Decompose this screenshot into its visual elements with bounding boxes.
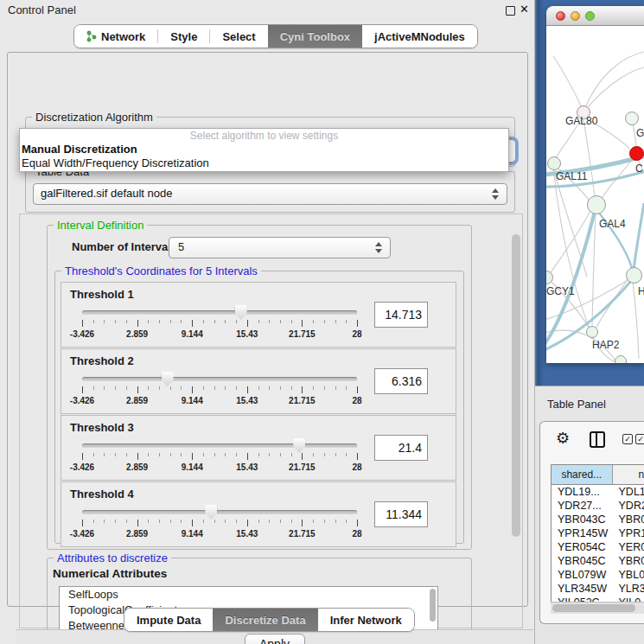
table-cell[interactable]: YDR27... — [552, 499, 613, 513]
table-row[interactable]: YDR27... YDR2 — [552, 499, 644, 513]
tab-network[interactable]: Network — [74, 25, 157, 48]
table-cell[interactable]: YBR0 — [613, 513, 644, 526]
cyni-bottom-tabbar: Impute Data Discretize Data Infer Networ… — [124, 608, 415, 632]
algorithm-item-equal-width[interactable]: Equal Width/Frequency Discretization — [20, 156, 508, 170]
table-data-combobox[interactable]: galFiltered.sif default node — [33, 183, 507, 205]
tick-label: 21.715 — [289, 329, 316, 339]
tab-select[interactable]: Select — [210, 25, 267, 48]
algorithm-item-manual[interactable]: Manual Discretization — [20, 143, 508, 156]
threshold-4-value-field[interactable]: 11.344 — [374, 501, 428, 527]
table-cell[interactable]: YER054C — [552, 540, 613, 554]
numerical-attributes-label: Numerical Attributes — [53, 567, 167, 580]
horizontal-scrollbar[interactable] — [551, 602, 644, 614]
vertical-scrollbar[interactable] — [512, 234, 520, 537]
tick-label: 9.144 — [182, 329, 203, 339]
table-cell[interactable]: YDL19... — [552, 485, 613, 499]
list-scrollbar[interactable] — [430, 589, 436, 622]
node-label: H — [638, 285, 644, 297]
list-item[interactable]: SelfLoops — [60, 587, 437, 603]
table-cell[interactable]: YBR045C — [552, 554, 613, 568]
tab-impute-data-label: Impute Data — [137, 614, 201, 627]
tick-label: 9.144 — [182, 529, 203, 539]
tick-label: 15.43 — [236, 396, 258, 405]
network-node[interactable] — [615, 355, 627, 363]
thresholds-group: Threshold's Coordinates for 5 Intervals … — [54, 271, 464, 544]
slider-track — [82, 377, 357, 381]
close-traffic-light-icon[interactable] — [556, 11, 565, 21]
gear-icon[interactable]: ⚙ — [556, 430, 570, 447]
slider-handle[interactable] — [162, 372, 174, 386]
tab-style-label: Style — [170, 30, 197, 43]
node-label: GAL80 — [565, 115, 597, 127]
network-window-titlebar[interactable] — [546, 6, 644, 26]
attributes-group-label: Attributes to discretize — [54, 552, 171, 564]
network-node[interactable] — [626, 267, 642, 284]
table-row[interactable]: YLR345W YLR3 — [552, 582, 644, 596]
minimize-traffic-light-icon[interactable] — [571, 11, 580, 21]
zoom-traffic-light-icon[interactable] — [585, 11, 595, 21]
network-node-red[interactable] — [629, 146, 644, 161]
table-cell[interactable]: YBL0 — [613, 568, 644, 582]
tab-cyni-toolbox[interactable]: Cyni Toolbox — [268, 25, 362, 48]
table-cell[interactable]: YDR2 — [613, 499, 644, 513]
tick-label: 21.715 — [289, 462, 316, 472]
checkbox-icon[interactable] — [622, 434, 633, 444]
threshold-3-slider[interactable]: -3.426 2.859 9.144 15.43 21.715 28 — [82, 438, 357, 478]
close-icon[interactable]: ✕ — [520, 3, 529, 16]
tab-discretize-data-label: Discretize Data — [225, 614, 305, 627]
column-header-name[interactable]: n... — [613, 465, 644, 485]
tab-jactivemnodules[interactable]: jActiveMNodules — [362, 25, 477, 48]
tab-impute-data[interactable]: Impute Data — [124, 609, 213, 631]
table-row[interactable]: YPR145W YPR1 — [552, 526, 644, 540]
threshold-4-panel: Threshold 4 -3.426 2.859 9.144 15.43 21.… — [61, 481, 456, 547]
threshold-1-slider[interactable]: -3.426 2.859 9.144 15.43 21.715 28 — [82, 305, 357, 345]
table-cell[interactable]: YLR3 — [613, 582, 644, 596]
network-node[interactable] — [625, 112, 639, 125]
table-data-value: galFiltered.sif default node — [41, 187, 172, 200]
table-cell[interactable]: YLR345W — [552, 582, 613, 596]
tick-label: 15.43 — [236, 329, 258, 339]
tab-infer-network[interactable]: Infer Network — [318, 609, 414, 631]
table-row[interactable]: YBR043C YBR0 — [552, 513, 644, 526]
tab-style[interactable]: Style — [158, 25, 209, 48]
tab-discretize-data[interactable]: Discretize Data — [213, 609, 317, 631]
algorithm-dropdown-popup: Select algorithm to view settings Manual… — [19, 128, 509, 172]
float-window-icon[interactable] — [506, 6, 515, 16]
threshold-4-label: Threshold 4 — [70, 488, 134, 501]
algorithm-hint-item[interactable]: Select algorithm to view settings — [20, 129, 508, 143]
checkbox-icon[interactable] — [635, 434, 644, 444]
slider-handle[interactable] — [235, 305, 247, 320]
column-header-shared[interactable]: shared... — [552, 465, 613, 485]
table-data-group: Table Data galFiltered.sif default node — [25, 171, 515, 213]
table-row[interactable]: YDL19... YDL1 — [552, 485, 644, 499]
columns-icon[interactable] — [590, 431, 605, 448]
table-cell[interactable]: YER0 — [613, 540, 644, 554]
table-cell[interactable]: YBR043C — [552, 513, 613, 526]
number-of-intervals-spinner[interactable]: 5 — [169, 237, 391, 258]
scrollbar-thumb[interactable] — [552, 604, 635, 612]
apply-button[interactable]: Apply — [245, 634, 305, 644]
table-cell[interactable]: YDL1 — [613, 485, 644, 499]
network-icon — [86, 30, 97, 42]
threshold-2-slider[interactable]: -3.426 2.859 9.144 15.43 21.715 28 — [82, 372, 357, 411]
table-cell[interactable]: YBR0 — [613, 554, 644, 568]
slider-handle[interactable] — [205, 505, 217, 520]
slider-handle[interactable] — [293, 438, 305, 453]
network-view[interactable]: GAL80 GA C GAL11 GAL4 GCY1 H HAP2 — [546, 26, 644, 363]
table-row[interactable]: YER054C YER0 — [552, 540, 644, 554]
table-cell[interactable]: YPR1 — [613, 526, 644, 540]
network-node[interactable] — [546, 271, 553, 284]
network-node[interactable] — [586, 326, 598, 338]
table-cell[interactable]: YPR145W — [552, 526, 613, 540]
network-node[interactable] — [587, 195, 606, 214]
threshold-3-value-field[interactable]: 21.4 — [374, 435, 428, 461]
threshold-1-value-field[interactable]: 14.713 — [374, 302, 428, 328]
table-row[interactable]: YBR045C YBR0 — [552, 554, 644, 568]
tab-infer-network-label: Infer Network — [330, 614, 402, 627]
threshold-4-slider[interactable]: -3.426 2.859 9.144 15.43 21.715 28 — [82, 505, 357, 545]
table-row[interactable]: YBL079W YBL0 — [552, 568, 644, 582]
threshold-2-value-field[interactable]: 6.316 — [374, 368, 428, 394]
slider-ticks — [82, 453, 357, 461]
network-node[interactable] — [547, 156, 561, 170]
table-cell[interactable]: YBL079W — [552, 568, 613, 582]
